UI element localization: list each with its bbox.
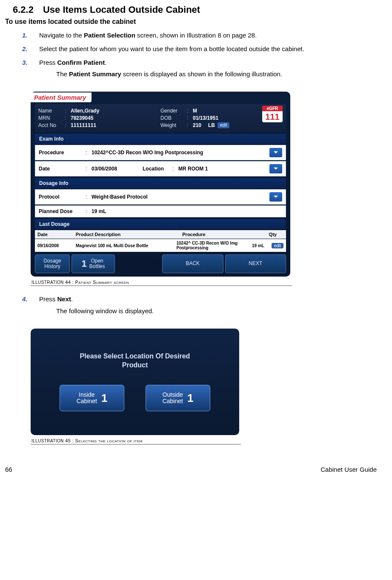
select-location-dialog: Please Select Location Of Desired Produc…: [31, 329, 239, 435]
patient-name: Allen,Grady: [71, 108, 99, 114]
demographics-block: Name:Allen,Grady MRN:78239045 Acct No:11…: [35, 104, 286, 132]
procedure-row: Procedure: 10242^CC-3D Recon W/O Img Pos…: [35, 145, 286, 160]
step-2: 2. Select the patient for whom you want …: [22, 44, 377, 54]
patient-weight: 210: [193, 122, 201, 128]
step-text-pre: Press: [39, 295, 57, 303]
step-bold: Patient Selection: [84, 32, 135, 39]
location-dropdown[interactable]: [269, 164, 282, 173]
step-number: 1.: [22, 31, 28, 40]
page-number: 66: [5, 466, 12, 473]
last-dosage-header: Date Product Description Procedure Qty: [35, 230, 286, 239]
patient-mrn: 78239045: [71, 115, 93, 121]
last-dosage-row: 09/16/2008 Magnevist 100 mL Multi Dose B…: [35, 239, 286, 252]
step-bold: Next: [57, 295, 72, 303]
illustration-44-caption: Illustration 44 : Patient Summary screen: [31, 278, 292, 286]
dosage-history-button[interactable]: Dosage History: [35, 254, 70, 273]
subheading: To use items located outside the cabinet: [5, 18, 377, 26]
egfr-badge[interactable]: eGFR 111: [262, 106, 283, 122]
step-text-pre: Navigate to the: [39, 32, 84, 39]
next-button[interactable]: NEXT: [225, 254, 286, 273]
procedure-value: 10242^CC-3D Recon W/O Img Postprocessing: [92, 150, 269, 156]
protocol-row: Protocol: Weight-Based Protocol: [35, 189, 286, 205]
section-number: 6.2.2: [13, 4, 34, 15]
date-location-row: Date: 03/06/2008 Location: MR ROOM 1: [35, 161, 286, 176]
step-continuation: The following window is displayed.: [39, 306, 377, 316]
patient-summary-title: Patient Summary: [31, 92, 92, 102]
planned-dose-row: Planned Dose: 19 mL: [35, 205, 286, 217]
dialog-prompt: Please Select Location Of Desired Produc…: [80, 352, 190, 370]
patient-summary-screen: Patient Summary Name:Allen,Grady MRN:782…: [31, 92, 290, 277]
step-bold: Confirm Patient: [57, 59, 105, 66]
procedure-dropdown[interactable]: [269, 148, 282, 157]
step-text-post: .: [71, 295, 73, 303]
patient-gender: M: [193, 108, 197, 114]
exam-date: 03/06/2008: [92, 166, 143, 172]
bottom-bar: Dosage History 1 Open Bottles BACK NEXT: [35, 254, 286, 273]
step-1: 1. Navigate to the Patient Selection scr…: [22, 31, 377, 40]
protocol-value: Weight-Based Protocol: [92, 194, 269, 200]
dosage-info-band: Dosage Info: [35, 178, 286, 188]
step-4: 4. Press Next. The following window is d…: [22, 294, 377, 316]
egfr-label: eGFR: [262, 106, 283, 111]
section-heading: 6.2.2Use Items Located Outside Cabinet: [13, 4, 377, 15]
step-text-post: .: [105, 59, 106, 66]
edit-weight-button[interactable]: edit: [217, 122, 229, 128]
patient-acct: 111111111: [71, 122, 96, 128]
illustration-45-caption: Illustration 45 : Selecting the location…: [31, 437, 241, 444]
outside-cabinet-button[interactable]: Outside Cabinet 1: [146, 385, 210, 411]
egfr-value: 111: [262, 111, 283, 122]
step-continuation: The Patient Summary screen is displayed …: [39, 69, 377, 79]
section-title: Use Items Located Outside Cabinet: [43, 4, 200, 15]
step-3: 3. Press Confirm Patient. The Patient Su…: [22, 58, 377, 79]
step-text-pre: Press: [39, 59, 57, 66]
inside-cabinet-button[interactable]: Inside Cabinet 1: [60, 385, 124, 411]
last-dosage-band: Last Dosage: [35, 219, 286, 229]
step-text-post: screen, shown in Illustration 8 on page …: [135, 32, 257, 39]
exam-info-band: Exam Info: [35, 134, 286, 144]
exam-location: MR ROOM 1: [178, 166, 269, 172]
step-number: 2.: [22, 44, 28, 54]
step-text: Select the patient for whom you want to …: [39, 45, 304, 52]
patient-dob: 01/13/1951: [193, 115, 218, 121]
protocol-dropdown[interactable]: [269, 192, 282, 202]
step-number: 3.: [22, 58, 28, 67]
open-bottles-button[interactable]: 1 Open Bottles: [72, 254, 115, 273]
planned-dose-value: 19 mL: [92, 208, 282, 214]
step-number: 4.: [22, 294, 28, 304]
edit-last-dose-button[interactable]: edit: [272, 243, 283, 248]
page-footer: 66 Cabinet User Guide: [5, 466, 377, 473]
back-button[interactable]: BACK: [162, 254, 223, 273]
doc-title: Cabinet User Guide: [320, 466, 377, 473]
